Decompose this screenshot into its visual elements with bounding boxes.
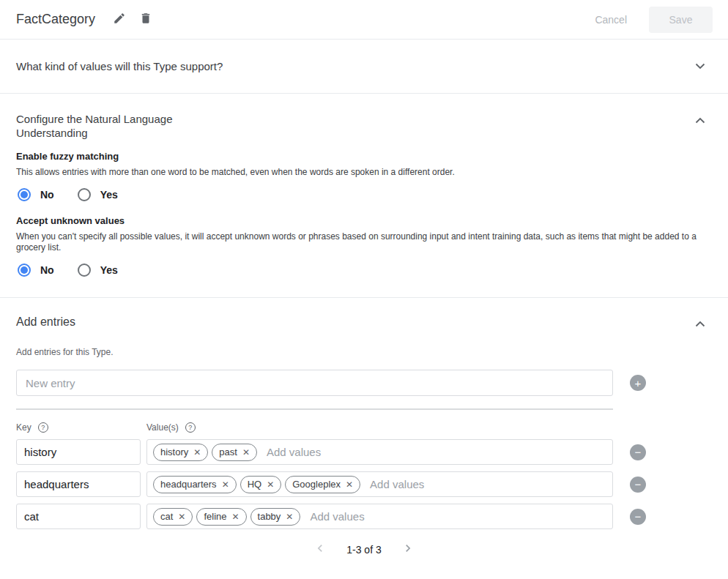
unknown-yes-label: Yes — [100, 264, 118, 276]
remove-value-icon[interactable]: ✕ — [346, 479, 353, 490]
values-help-icon[interactable]: ? — [185, 422, 196, 433]
value-chip-label: cat — [160, 511, 173, 522]
value-chip: Googleplex✕ — [285, 476, 360, 493]
entries-table-header: Key ? Value(s) ? — [16, 422, 708, 433]
value-chip-label: past — [219, 447, 237, 457]
trash-icon — [139, 12, 152, 27]
collapse-nlu-button[interactable] — [692, 112, 708, 129]
key-header-label: Key — [16, 422, 31, 433]
values-support-title: What kind of values will this Type suppo… — [16, 60, 223, 72]
remove-value-icon[interactable]: ✕ — [231, 512, 239, 522]
entry-row: cat✕feline✕tabby✕Add values− — [16, 504, 708, 529]
remove-value-icon[interactable]: ✕ — [193, 447, 201, 457]
chevron-up-icon — [695, 115, 705, 126]
value-chip-label: tabby — [258, 511, 281, 522]
add-values-placeholder: Add values — [370, 478, 424, 490]
value-chip-label: headquarters — [160, 479, 217, 490]
key-column-header: Key ? — [16, 422, 146, 433]
remove-value-icon[interactable]: ✕ — [267, 479, 274, 490]
fuzzy-matching-description: This allows entries with more than one w… — [16, 167, 708, 178]
entry-values-field[interactable]: cat✕feline✕tabby✕Add values — [146, 504, 613, 529]
delete-type-button[interactable] — [136, 9, 155, 30]
unknown-values-description: When you can't specify all possible valu… — [16, 231, 708, 253]
remove-row-button[interactable]: − — [630, 444, 646, 460]
unknown-yes-option[interactable]: Yes — [76, 264, 118, 277]
value-chip-label: history — [160, 447, 188, 457]
remove-value-icon[interactable]: ✕ — [242, 447, 250, 457]
entry-row: headquarters✕HQ✕Googleplex✕Add values− — [16, 471, 708, 497]
values-support-section: What kind of values will this Type suppo… — [0, 40, 728, 94]
next-page-button[interactable] — [401, 541, 415, 558]
value-chip: history✕ — [153, 444, 208, 461]
cancel-button[interactable]: Cancel — [595, 14, 627, 26]
add-values-placeholder: Add values — [310, 510, 364, 523]
type-editor-page: FactCategory Cancel Save What kind of va… — [0, 0, 728, 579]
pagination: 1-3 of 3 — [16, 541, 712, 558]
nlu-section: Configure the Natural Language Understan… — [0, 94, 728, 298]
chevron-right-icon — [401, 541, 415, 558]
value-chip: tabby✕ — [250, 508, 301, 526]
fuzzy-yes-label: Yes — [100, 189, 118, 201]
remove-value-icon[interactable]: ✕ — [178, 512, 185, 522]
chevron-down-icon — [695, 61, 705, 72]
new-entry-row: + — [16, 370, 708, 396]
entries-section: Add entries Add entries for this Type. +… — [0, 298, 728, 558]
entries-divider — [16, 408, 613, 410]
unknown-no-label: No — [40, 264, 54, 276]
unknown-no-option[interactable]: No — [16, 264, 54, 277]
collapse-entries-button[interactable] — [692, 315, 708, 332]
remove-row-button[interactable]: − — [630, 477, 646, 493]
entries-rows: history✕past✕Add values−headquarters✕HQ✕… — [16, 439, 708, 529]
radio-selected-icon[interactable] — [18, 188, 31, 201]
previous-page-button[interactable] — [313, 541, 327, 558]
radio-unselected-icon[interactable] — [78, 264, 91, 277]
plus-icon: + — [635, 378, 642, 389]
fuzzy-matching-label: Enable fuzzy matching — [16, 151, 708, 162]
entry-key-input[interactable] — [16, 504, 141, 529]
pencil-icon — [113, 12, 126, 27]
unknown-values-radio-group: No Yes — [16, 261, 708, 280]
radio-unselected-icon[interactable] — [78, 188, 91, 201]
new-entry-input[interactable] — [16, 370, 613, 396]
value-chip: cat✕ — [153, 508, 193, 526]
nlu-section-header: Configure the Natural Language Understan… — [16, 112, 708, 140]
page-range-label: 1-3 of 3 — [346, 544, 381, 556]
fuzzy-no-option[interactable]: No — [16, 188, 54, 201]
value-chip: HQ✕ — [240, 476, 282, 493]
save-button[interactable]: Save — [649, 7, 713, 33]
remove-value-icon[interactable]: ✕ — [222, 479, 229, 490]
entry-values-field[interactable]: headquarters✕HQ✕Googleplex✕Add values — [146, 471, 613, 497]
key-help-icon[interactable]: ? — [38, 422, 48, 433]
add-entry-button[interactable]: + — [630, 375, 646, 391]
values-header-label: Value(s) — [146, 422, 179, 433]
entries-section-title: Add entries — [16, 315, 75, 329]
remove-row-button[interactable]: − — [630, 509, 646, 525]
nlu-section-title: Configure the Natural Language Understan… — [16, 112, 207, 140]
fuzzy-no-label: No — [40, 189, 54, 201]
add-values-placeholder: Add values — [267, 446, 321, 458]
values-column-header: Value(s) ? — [146, 422, 196, 433]
header: FactCategory Cancel Save — [0, 0, 728, 40]
value-chip-label: Googleplex — [292, 479, 341, 490]
value-chip: past✕ — [212, 444, 257, 461]
remove-value-icon[interactable]: ✕ — [286, 512, 293, 522]
fuzzy-matching-radio-group: No Yes — [16, 185, 708, 204]
value-chip: headquarters✕ — [153, 476, 237, 493]
entry-values-field[interactable]: history✕past✕Add values — [146, 439, 613, 465]
entry-key-input[interactable] — [16, 471, 141, 497]
chevron-up-icon — [695, 318, 705, 329]
chevron-left-icon — [313, 541, 327, 558]
entry-key-input[interactable] — [16, 439, 141, 465]
entries-section-header: Add entries — [16, 315, 708, 332]
value-chip-label: feline — [204, 511, 226, 522]
unknown-values-label: Accept unknown values — [16, 215, 708, 226]
entries-subtitle: Add entries for this Type. — [16, 347, 708, 357]
value-chip: feline✕ — [196, 508, 246, 526]
expand-values-support-button[interactable] — [692, 58, 708, 75]
edit-name-button[interactable] — [110, 9, 129, 30]
fuzzy-yes-option[interactable]: Yes — [76, 188, 118, 201]
radio-selected-icon[interactable] — [18, 264, 31, 277]
page-title: FactCategory — [16, 12, 95, 27]
value-chip-label: HQ — [248, 479, 262, 490]
entry-row: history✕past✕Add values− — [16, 439, 708, 465]
